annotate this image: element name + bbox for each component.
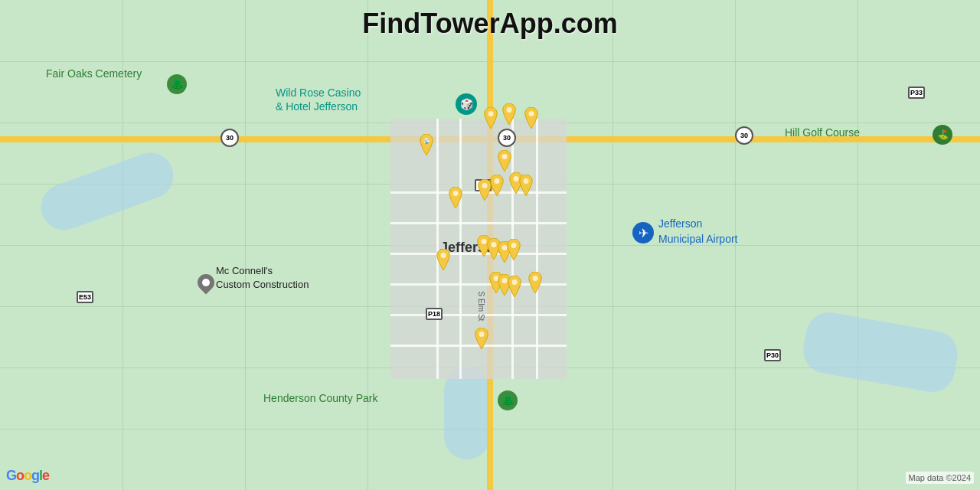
jefferson-airport-label: JeffersonMunicipal Airport xyxy=(658,217,738,247)
grid-line xyxy=(612,0,613,490)
hill-golf-course-label: Hill Golf Course xyxy=(785,126,860,139)
river-south xyxy=(444,368,490,459)
grid-line xyxy=(858,0,858,490)
airport-icon[interactable]: ✈ xyxy=(632,222,654,243)
map-container[interactable]: FindTowerApp.com 📡 xyxy=(0,0,980,490)
tower-pin[interactable] xyxy=(447,187,464,208)
wild-rose-casino-label: Wild Rose Casino & Hotel Jefferson xyxy=(276,86,361,113)
svg-point-8 xyxy=(495,178,500,184)
cemetery-icon[interactable]: 🌲 xyxy=(167,74,187,94)
route-us30-east: 30 xyxy=(735,126,753,145)
street-label-elm: S Elm St xyxy=(477,292,485,322)
grid-line xyxy=(245,0,246,490)
route-us30-center: 30 xyxy=(498,129,516,147)
henderson-park-icon[interactable]: 🌲 xyxy=(498,390,518,410)
svg-point-7 xyxy=(482,183,488,188)
svg-point-5 xyxy=(502,154,508,159)
grid-line xyxy=(368,0,368,490)
svg-point-4 xyxy=(529,111,534,116)
golf-icon[interactable]: ⛳ xyxy=(933,125,952,145)
tower-pin[interactable] xyxy=(518,175,534,196)
tower-pin[interactable] xyxy=(505,239,522,260)
svg-point-15 xyxy=(511,243,517,248)
route-p30: P30 xyxy=(764,349,781,361)
tower-pin[interactable]: 📡 xyxy=(418,134,435,155)
minor-road-v xyxy=(536,119,538,379)
fair-oaks-cemetery-label: Fair Oaks Cemetery xyxy=(46,67,142,80)
route-p18: P18 xyxy=(426,308,443,320)
tower-pin[interactable] xyxy=(501,103,518,125)
svg-point-11 xyxy=(441,253,446,258)
tower-pin[interactable] xyxy=(473,328,490,349)
tower-pin[interactable] xyxy=(488,175,505,196)
svg-point-6 xyxy=(453,191,459,196)
svg-point-19 xyxy=(533,276,538,281)
map-data-notice: Map data ©2024 xyxy=(906,472,975,484)
svg-point-3 xyxy=(507,107,512,113)
tower-pin[interactable] xyxy=(482,107,499,129)
route-e53: E53 xyxy=(77,291,93,303)
svg-point-10 xyxy=(524,178,529,184)
svg-point-2 xyxy=(488,111,494,116)
henderson-park-label: Henderson County Park xyxy=(263,392,377,404)
tower-pin[interactable] xyxy=(527,272,544,293)
google-logo: Google xyxy=(6,468,49,484)
svg-point-20 xyxy=(479,332,485,337)
svg-point-18 xyxy=(512,279,518,285)
route-p33: P33 xyxy=(908,87,925,99)
route-us30-west: 30 xyxy=(220,129,239,147)
tower-pin[interactable] xyxy=(506,276,523,297)
tower-pin[interactable] xyxy=(523,107,540,129)
tower-pin[interactable] xyxy=(496,150,513,172)
svg-text:📡: 📡 xyxy=(423,138,430,145)
tower-pin[interactable] xyxy=(435,249,452,270)
page-title: FindTowerApp.com xyxy=(362,8,617,40)
mcconnell-label: Mc Connell'sCustom Construction xyxy=(216,264,309,292)
minor-road xyxy=(390,222,567,224)
casino-icon[interactable]: 🎲 xyxy=(456,93,477,115)
